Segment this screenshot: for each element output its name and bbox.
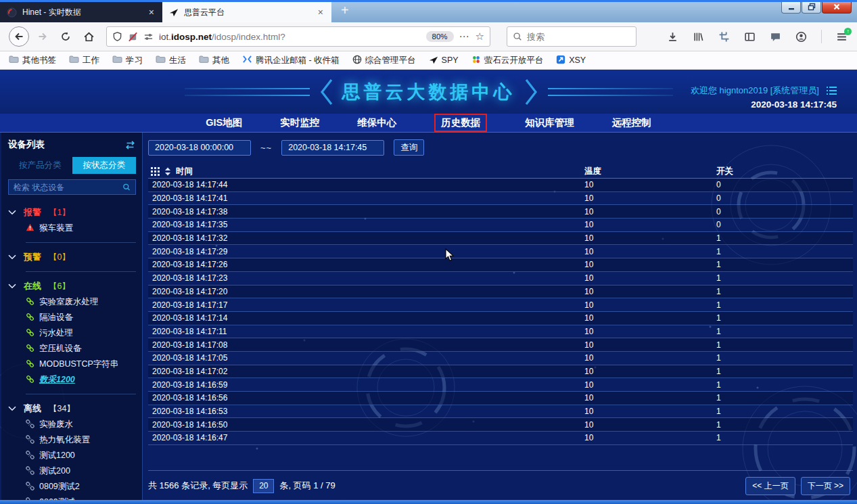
device-group-header[interactable]: 离线【34】 xyxy=(8,400,136,417)
table-row[interactable]: 2020-03-18 14:17:26101 xyxy=(148,258,853,272)
nav-tab-远程控制[interactable]: 远程控制 xyxy=(612,116,651,129)
table-row[interactable]: 2020-03-18 14:16:59101 xyxy=(148,378,853,392)
reload-button[interactable] xyxy=(56,27,75,46)
device-item[interactable]: 测试1200 xyxy=(8,448,136,463)
nav-tab-维保中心[interactable]: 维保中心 xyxy=(357,116,396,129)
end-datetime-input[interactable] xyxy=(281,140,384,156)
table-row[interactable]: 2020-03-18 14:17:05101 xyxy=(148,352,853,365)
device-group-header[interactable]: 在线【6】 xyxy=(8,278,136,294)
table-row[interactable]: 2020-03-18 14:16:53101 xyxy=(148,405,853,419)
table-row[interactable]: 2020-03-18 14:17:32101 xyxy=(148,232,853,246)
device-item[interactable]: MODBUSTCP字符串 xyxy=(8,357,136,372)
home-button[interactable] xyxy=(79,27,98,46)
page-size-input[interactable]: 20 xyxy=(253,479,274,493)
url-text[interactable]: iot.idosp.net/idosp/index.html? xyxy=(159,32,421,42)
bookmark-item[interactable]: 学习 xyxy=(112,55,143,66)
browser-tab-sipuyun[interactable]: 思普云平台 × xyxy=(162,2,331,22)
search-input[interactable] xyxy=(527,32,615,42)
device-item[interactable]: 实验室废水处理 xyxy=(8,294,136,310)
page-actions-icon[interactable]: ⋯ xyxy=(459,30,470,43)
pagination-buttons: << 上一页 下一页 >> xyxy=(745,477,850,495)
table-row[interactable]: 2020-03-18 14:17:14101 xyxy=(148,312,853,325)
library-icon[interactable] xyxy=(693,31,704,43)
nav-tab-实时监控[interactable]: 实时监控 xyxy=(280,116,319,129)
device-item[interactable]: 0809测试 xyxy=(8,495,136,500)
sidebar-toggle-icon[interactable] xyxy=(744,31,756,43)
bookmark-item[interactable]: XSY xyxy=(556,55,586,66)
table-row[interactable]: 2020-03-18 14:17:29101 xyxy=(148,245,853,258)
table-row[interactable]: 2020-03-18 14:17:41100 xyxy=(148,192,853,206)
browser-tab-hinet[interactable]: Hinet - 实时数据 × xyxy=(0,2,162,22)
table-row[interactable]: 2020-03-18 14:17:11101 xyxy=(148,325,853,339)
device-item[interactable]: 空压机设备 xyxy=(8,341,136,357)
device-search-box[interactable] xyxy=(8,179,136,195)
close-tab-icon[interactable]: × xyxy=(317,7,325,18)
grid-icon[interactable] xyxy=(151,167,160,176)
table-row[interactable]: 2020-03-18 14:17:02101 xyxy=(148,365,853,379)
table-row[interactable]: 2020-03-18 14:17:20101 xyxy=(148,285,853,299)
group-count: 【0】 xyxy=(49,252,70,263)
device-item[interactable]: 隔油设备 xyxy=(8,310,136,325)
table-row[interactable]: 2020-03-18 14:17:38100 xyxy=(148,205,853,219)
next-page-button[interactable]: 下一页 >> xyxy=(801,477,850,495)
device-group-header[interactable]: 预警【0】 xyxy=(8,249,136,265)
chat-icon[interactable] xyxy=(770,31,781,43)
nav-tab-GIS地图[interactable]: GIS地图 xyxy=(206,116,242,129)
swap-icon[interactable] xyxy=(124,140,136,150)
zoom-level-badge[interactable]: 80% xyxy=(426,31,454,42)
table-row[interactable]: 2020-03-18 14:17:35100 xyxy=(148,219,853,232)
table-row[interactable]: 2020-03-18 14:16:50101 xyxy=(148,418,853,432)
device-item[interactable]: 污水处理 xyxy=(8,325,136,341)
nav-tab-历史数据[interactable]: 历史数据 xyxy=(434,114,487,132)
device-group-header[interactable]: 报警【1】 xyxy=(8,204,136,221)
minimize-button[interactable] xyxy=(781,0,801,14)
column-header[interactable]: 温度 xyxy=(584,166,716,177)
device-search-input[interactable] xyxy=(14,183,118,192)
account-icon[interactable] xyxy=(795,31,807,43)
bookmark-item[interactable]: 综合管理平台 xyxy=(352,55,416,66)
screenshot-icon[interactable] xyxy=(718,31,730,43)
bookmark-item[interactable]: 腾讯企业邮箱 - 收件箱 xyxy=(242,55,340,66)
bookmark-item[interactable]: 其他书签 xyxy=(9,55,56,66)
query-button[interactable]: 查询 xyxy=(394,139,424,156)
start-datetime-input[interactable] xyxy=(148,140,251,156)
tab-by-product[interactable]: 按产品分类 xyxy=(8,157,72,174)
device-item[interactable]: 0809测试2 xyxy=(8,479,136,495)
device-item[interactable]: 热力氧化装置 xyxy=(8,432,136,448)
bookmark-item[interactable]: 其他 xyxy=(199,55,229,66)
downloads-icon[interactable] xyxy=(667,31,678,43)
forward-button[interactable] xyxy=(33,27,52,46)
sort-icon[interactable] xyxy=(164,167,171,176)
column-header[interactable]: 开关 xyxy=(716,166,853,177)
title-bracket-left xyxy=(319,78,333,106)
prev-page-button[interactable]: << 上一页 xyxy=(745,477,795,495)
table-row[interactable]: 2020-03-18 14:17:44100 xyxy=(148,179,853,192)
new-tab-button[interactable]: + xyxy=(341,3,349,18)
bookmark-item[interactable]: 萤石云开放平台 xyxy=(471,55,544,66)
table-row[interactable]: 2020-03-18 14:16:47101 xyxy=(148,432,853,445)
table-row[interactable]: 2020-03-18 14:16:56101 xyxy=(148,392,853,405)
table-row[interactable]: 2020-03-18 14:17:17101 xyxy=(148,298,853,312)
bookmark-star-icon[interactable]: ☆ xyxy=(476,30,484,43)
bookmark-item[interactable]: 工作 xyxy=(69,55,99,66)
close-button[interactable] xyxy=(822,0,852,14)
device-item[interactable]: 猴车装置 xyxy=(8,221,136,236)
device-item[interactable]: 实验废水 xyxy=(8,417,136,432)
cell-time: 2020-03-18 14:16:59 xyxy=(148,380,584,390)
close-tab-icon[interactable]: × xyxy=(147,7,156,18)
nav-tab-知识库管理[interactable]: 知识库管理 xyxy=(525,116,574,129)
search-bar[interactable] xyxy=(507,26,636,47)
device-item[interactable]: 测试200 xyxy=(8,463,136,479)
menu-button[interactable]: ↑ xyxy=(836,31,848,43)
column-header[interactable]: 时间 xyxy=(176,166,193,177)
back-button[interactable] xyxy=(9,26,29,47)
restore-button[interactable] xyxy=(802,0,821,14)
tab-by-status[interactable]: 按状态分类 xyxy=(72,157,137,174)
bookmark-item[interactable]: SPY xyxy=(429,55,459,66)
bookmark-item[interactable]: 生活 xyxy=(156,55,186,66)
list-menu-icon[interactable] xyxy=(826,86,837,95)
url-bar[interactable]: iot.idosp.net/idosp/index.html? 80% ⋯ ☆ xyxy=(106,26,490,47)
table-row[interactable]: 2020-03-18 14:17:08101 xyxy=(148,338,853,352)
device-item[interactable]: 数采1200 xyxy=(8,372,136,388)
table-row[interactable]: 2020-03-18 14:17:23101 xyxy=(148,272,853,285)
